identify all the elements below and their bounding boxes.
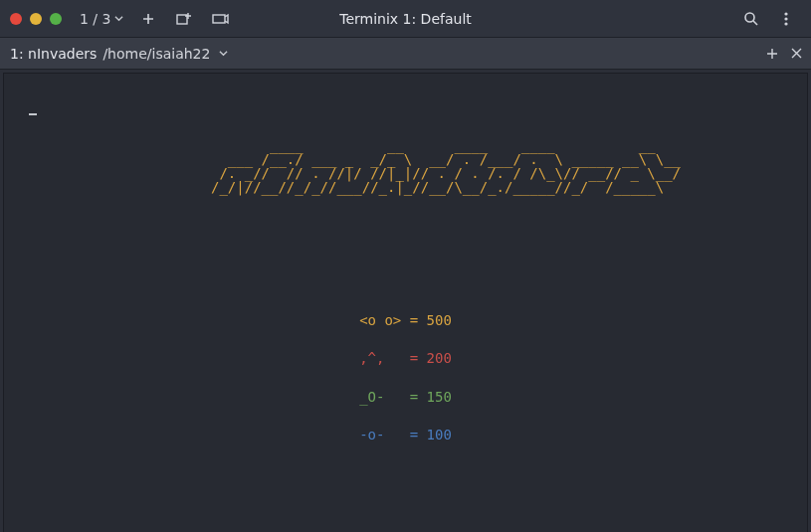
tabbar: 1: nInvaders /home/isaiah22	[0, 38, 811, 70]
page-indicator-label: 1 / 3	[80, 11, 110, 27]
svg-point-2	[745, 13, 754, 22]
score-table: <o o> = 500,^, = 200_O- = 150-o- = 100	[12, 311, 799, 443]
broadcast-icon[interactable]	[205, 5, 235, 33]
close-terminal-button[interactable]	[789, 47, 803, 61]
maximize-window-button[interactable]	[50, 13, 62, 25]
svg-rect-1	[213, 15, 225, 23]
chevron-down-icon	[114, 14, 123, 23]
chevron-down-icon	[216, 47, 230, 61]
titlebar: 1 / 3 Terminix 1: Default	[0, 0, 811, 38]
score-line: <o o> = 500	[12, 311, 799, 329]
add-terminal-button[interactable]	[765, 47, 779, 61]
new-tab-icon[interactable]	[169, 5, 199, 33]
tab-path: /home/isaiah22	[102, 46, 210, 62]
tab-label: 1: nInvaders	[10, 46, 97, 62]
score-line: -o- = 100	[12, 426, 799, 443]
terminal-pane[interactable]: ____ __ ____ ____ __ ___ /__./ ___ _ _/_…	[3, 73, 808, 532]
game-logo: ____ __ ____ ____ __ ___ /__./ ___ _ _/_…	[211, 138, 799, 194]
minimize-window-button[interactable]	[30, 13, 42, 25]
cursor	[29, 113, 37, 115]
terminal-tab[interactable]: 1: nInvaders /home/isaiah22	[0, 38, 240, 69]
search-button[interactable]	[735, 5, 765, 33]
svg-point-4	[784, 17, 787, 20]
score-line: _O- = 150	[12, 388, 799, 406]
close-window-button[interactable]	[10, 13, 22, 25]
page-indicator[interactable]: 1 / 3	[76, 11, 127, 27]
svg-point-3	[784, 12, 787, 15]
score-line: ,^, = 200	[12, 349, 799, 367]
add-button[interactable]	[133, 5, 163, 33]
kebab-menu-button[interactable]	[771, 5, 801, 33]
window-controls	[10, 13, 62, 25]
svg-point-5	[784, 22, 787, 25]
